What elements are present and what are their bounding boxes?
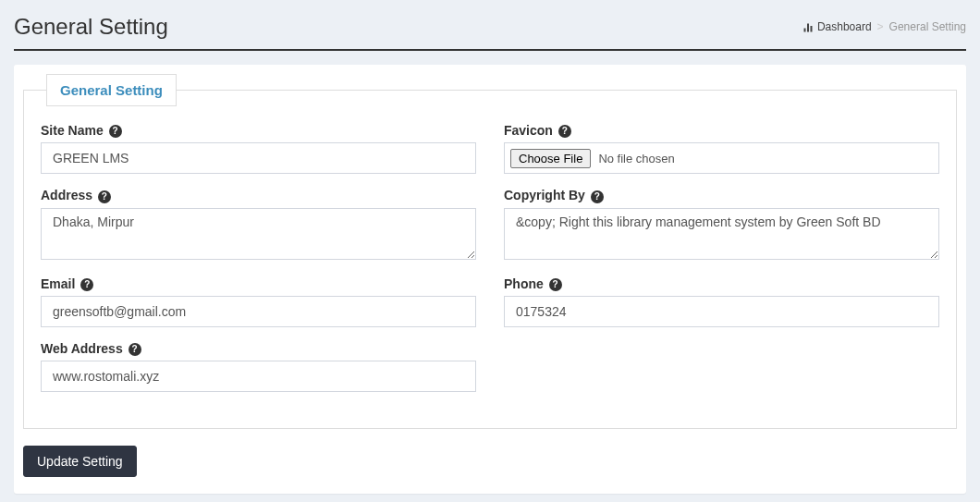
site-name-input[interactable] xyxy=(41,142,476,174)
help-icon[interactable]: ? xyxy=(98,190,111,203)
breadcrumb-dashboard-link[interactable]: Dashboard xyxy=(802,20,872,33)
choose-file-button[interactable]: Choose File xyxy=(510,149,591,168)
copyright-label-text: Copyright By xyxy=(504,188,585,202)
email-input[interactable] xyxy=(41,296,476,327)
divider xyxy=(14,49,966,51)
phone-label: Phone ? xyxy=(504,276,939,291)
favicon-label-text: Favicon xyxy=(504,123,553,138)
dashboard-icon xyxy=(802,20,814,33)
help-icon[interactable]: ? xyxy=(558,125,571,138)
address-label-text: Address xyxy=(41,188,92,202)
email-label-text: Email xyxy=(41,276,75,291)
breadcrumb: Dashboard > General Setting xyxy=(802,20,966,33)
web-address-label: Web Address ? xyxy=(41,341,476,356)
copyright-label: Copyright By ? xyxy=(504,188,939,202)
address-label: Address ? xyxy=(41,188,476,202)
phone-input[interactable] xyxy=(504,296,939,327)
web-address-input[interactable] xyxy=(41,361,476,392)
settings-panel: General Setting Site Name ? Address ? xyxy=(14,65,966,494)
fieldset-legend: General Setting xyxy=(46,74,177,106)
general-setting-fieldset: General Setting Site Name ? Address ? xyxy=(23,74,957,429)
help-icon[interactable]: ? xyxy=(80,278,93,291)
help-icon[interactable]: ? xyxy=(109,125,122,138)
site-name-label: Site Name ? xyxy=(41,123,476,138)
email-label: Email ? xyxy=(41,276,476,291)
web-address-label-text: Web Address xyxy=(41,341,123,356)
breadcrumb-dashboard-label: Dashboard xyxy=(817,20,872,33)
page-title: General Setting xyxy=(14,14,168,40)
breadcrumb-separator: > xyxy=(877,20,884,33)
help-icon[interactable]: ? xyxy=(591,190,604,203)
file-chosen-label: No file chosen xyxy=(598,152,674,165)
update-setting-button[interactable]: Update Setting xyxy=(23,446,137,477)
address-input[interactable]: Dhaka, Mirpur xyxy=(41,208,476,260)
help-icon[interactable]: ? xyxy=(549,278,562,291)
breadcrumb-current: General Setting xyxy=(889,20,966,33)
site-name-label-text: Site Name xyxy=(41,123,104,138)
phone-label-text: Phone xyxy=(504,276,544,291)
help-icon[interactable]: ? xyxy=(129,343,141,356)
favicon-file-input[interactable]: Choose File No file chosen xyxy=(504,142,939,174)
copyright-input[interactable]: &copy; Right this library management sys… xyxy=(504,208,939,260)
favicon-label: Favicon ? xyxy=(504,123,939,138)
